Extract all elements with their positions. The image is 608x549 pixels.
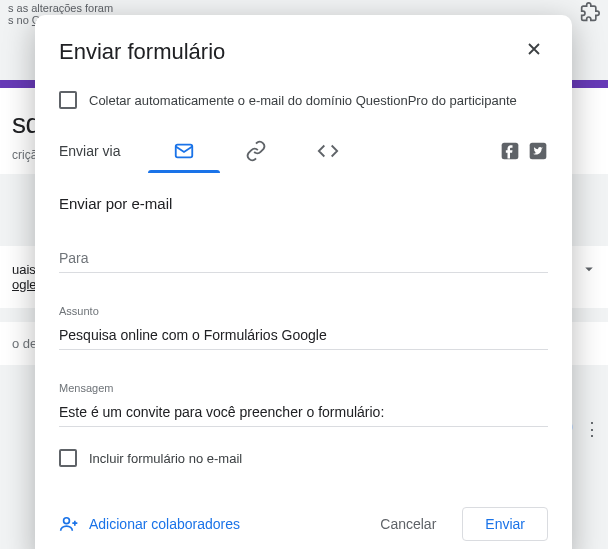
tab-email[interactable] (148, 131, 220, 171)
add-collaborators-label: Adicionar colaboradores (89, 516, 240, 532)
add-collaborators-button[interactable]: Adicionar colaboradores (59, 514, 240, 534)
include-form-label: Incluir formulário no e-mail (89, 451, 242, 466)
cancel-button[interactable]: Cancelar (362, 508, 454, 540)
more-vert-icon: ⋮ (583, 418, 600, 440)
to-input[interactable] (59, 244, 548, 273)
svg-point-3 (64, 518, 70, 524)
message-label: Mensagem (59, 382, 548, 394)
subject-label: Assunto (59, 305, 548, 317)
person-add-icon (59, 514, 79, 534)
collect-email-row[interactable]: Coletar automaticamente o e-mail do domí… (59, 91, 548, 109)
facebook-icon (500, 141, 520, 161)
send-via-label: Enviar via (59, 143, 120, 159)
collect-email-label: Coletar automaticamente o e-mail do domí… (89, 93, 517, 108)
dialog-title: Enviar formulário (59, 39, 225, 65)
close-button[interactable] (524, 39, 548, 63)
subject-input[interactable] (59, 321, 548, 350)
mail-icon (173, 140, 195, 162)
collect-email-checkbox[interactable] (59, 91, 77, 109)
extensions-icon[interactable] (580, 2, 600, 26)
tab-embed[interactable] (292, 131, 364, 171)
share-facebook-button[interactable] (500, 141, 520, 161)
chevron-down-icon (580, 260, 598, 282)
message-input[interactable] (59, 398, 548, 427)
link-icon (245, 140, 267, 162)
share-twitter-button[interactable] (528, 141, 548, 161)
send-button[interactable]: Enviar (462, 507, 548, 541)
twitter-icon (528, 141, 548, 161)
code-icon (317, 140, 339, 162)
close-icon (524, 39, 544, 59)
include-form-row[interactable]: Incluir formulário no e-mail (59, 449, 548, 467)
tab-link[interactable] (220, 131, 292, 171)
include-form-checkbox[interactable] (59, 449, 77, 467)
send-form-dialog: Enviar formulário Coletar automaticament… (35, 15, 572, 549)
email-section-heading: Enviar por e-mail (59, 195, 548, 212)
